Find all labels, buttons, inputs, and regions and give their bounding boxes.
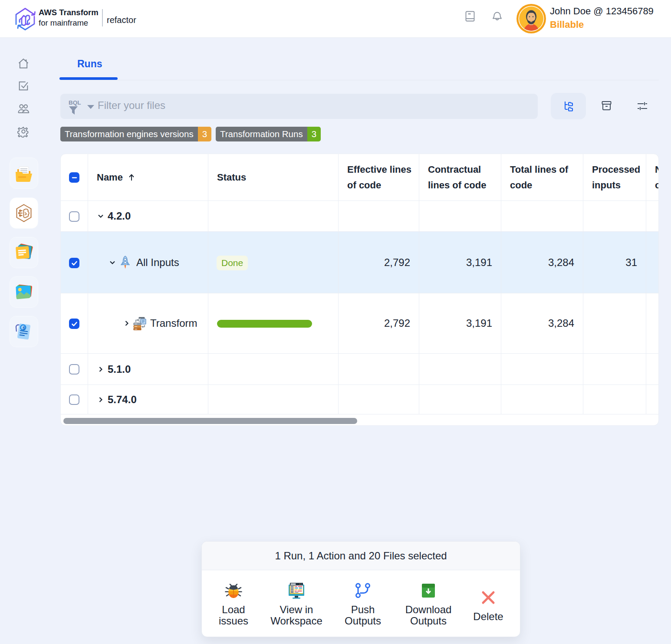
svg-text:BQL: BQL xyxy=(69,99,81,106)
